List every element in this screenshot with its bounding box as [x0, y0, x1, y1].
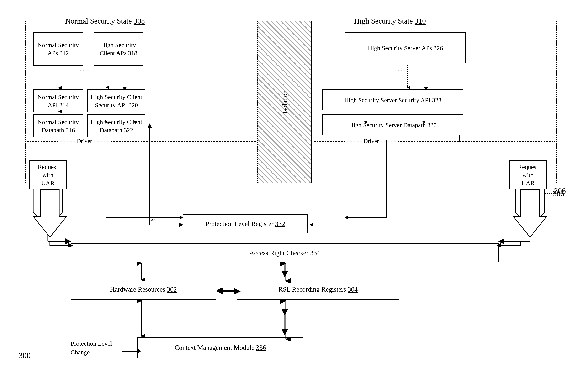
svg-text:· · · · ·: · · · · · — [77, 68, 90, 74]
hw-rsl-horiz-arrow — [216, 285, 241, 298]
access-right-checker-box: Access Right Checker 334 — [71, 243, 499, 262]
rsl-recording-box: RSL Recording Registers 304 — [237, 279, 399, 300]
line-plr-right — [345, 141, 403, 220]
normal-security-aps-box: Normal SecurityAPs 312 — [33, 32, 83, 66]
request-uar-right-arrow — [513, 189, 547, 237]
normal-driver-arrows — [33, 110, 83, 143]
protection-level-change-label: Protection LevelChange — [71, 339, 112, 357]
isolation-box: Isolation — [258, 21, 312, 183]
hardware-resources-box: Hardware Resources 302 — [71, 279, 216, 300]
high-security-client-api-box: High Security ClientSecurity API 320 — [87, 89, 146, 112]
server-driver-arrows — [322, 121, 468, 143]
line-324 — [94, 141, 218, 220]
plc-to-ctx-arrow — [116, 347, 141, 353]
ref-306: 306 — [554, 186, 566, 195]
hw-ctx-arrow — [137, 300, 146, 337]
svg-text:· · · · ·: · · · · · — [77, 76, 90, 82]
arc-hw-arrow — [137, 262, 146, 281]
request-uar-right-box: RequestwithUAR — [509, 160, 547, 189]
normal-state-title: Normal Security State 308 — [63, 17, 147, 25]
svg-text:· · · · ·: · · · · · — [395, 76, 408, 82]
right-uar-to-arc — [497, 236, 522, 247]
isolation-label: Isolation — [281, 90, 289, 114]
high-security-client-aps-box: High SecurityClient APs 318 — [94, 32, 143, 66]
normal-security-api-box: Normal SecurityAPI 314 — [33, 89, 83, 112]
client-driver-arrows — [87, 121, 150, 143]
svg-marker-63 — [33, 189, 66, 237]
svg-text:· · · · ·: · · · · · — [395, 68, 408, 74]
high-security-server-api-box: High Security Server Security API 328 — [322, 89, 463, 110]
left-uar-to-arc — [49, 236, 74, 247]
svg-marker-64 — [513, 189, 547, 237]
diagram-container: Normal Security State 308 Isolation High… — [12, 8, 574, 366]
server-aps-down-arrow: · · · · · · · · · · — [382, 64, 432, 93]
request-uar-left-box: RequestwithUAR — [29, 160, 66, 189]
label-300: 300 — [19, 351, 31, 360]
high-state-title: High Security State 310 — [352, 17, 428, 25]
aps-down-arrows: · · · · · · · · · · — [29, 65, 112, 92]
request-uar-left-arrow — [33, 189, 66, 237]
hw-ctx-vert-arrow — [277, 300, 294, 341]
high-security-server-aps-box: High Security Server APs 326 — [345, 32, 466, 64]
arc-hw-vert-arrow — [277, 262, 294, 283]
